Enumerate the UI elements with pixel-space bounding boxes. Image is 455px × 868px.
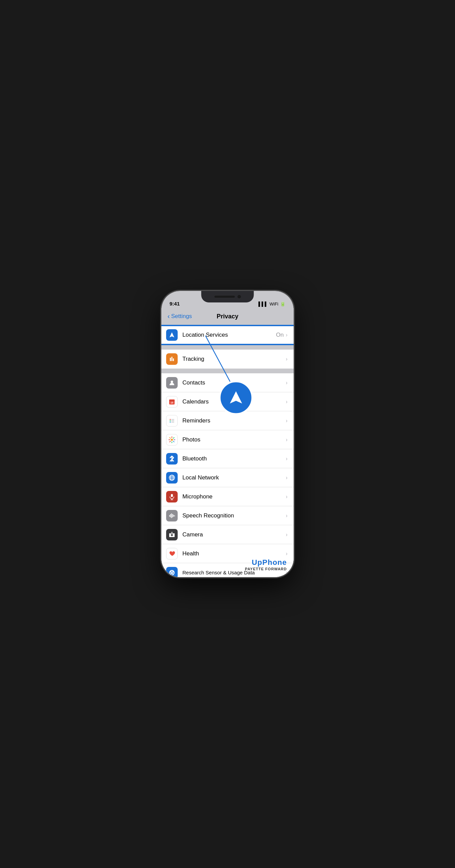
speech-recognition-label: Speech Recognition [182,512,286,519]
local-network-label: Local Network [182,474,286,481]
svg-point-9 [170,420,171,421]
battery-icon: 🔋 [280,301,285,307]
svg-point-10 [170,421,171,422]
photos-icon [166,434,178,446]
location-services-label: Location Services [182,332,276,338]
tracking-icon [166,353,178,365]
svg-rect-34 [172,514,173,517]
wifi-icon: WiFi [270,301,278,307]
speech-recognition-chevron-icon: › [286,513,288,519]
status-time: 9:41 [170,301,180,307]
tracking-chevron-icon: › [286,356,288,362]
microphone-icon [166,491,178,502]
local-network-row[interactable]: Local Network › [161,468,294,487]
calendars-icon: 15 [166,396,178,408]
reminders-row[interactable]: Reminders › [161,411,294,430]
contacts-row[interactable]: Contacts › [161,373,294,392]
tracking-row[interactable]: Tracking › [161,350,294,369]
contacts-chevron-icon: › [286,380,288,386]
svg-rect-28 [171,494,173,497]
health-label: Health [182,550,286,557]
location-services-icon [166,329,178,341]
svg-line-22 [170,441,171,442]
privacy-list: Contacts › 15 Calendars › [161,373,294,577]
location-services-value: On [276,332,284,338]
calendars-row[interactable]: 15 Calendars › [161,392,294,411]
back-chevron-icon: ‹ [167,312,170,320]
bluetooth-icon [166,453,178,465]
watermark: UpPhone PAYETTE FORWARD [245,558,287,571]
camera-row[interactable]: Camera › [161,525,294,544]
svg-line-21 [173,437,174,438]
content-area: Location Services On › Tracki [161,325,294,577]
reminders-icon [166,415,178,427]
phone-screen: 9:41 ▌▌▌ WiFi 🔋 ‹ Settings Privacy [161,291,294,577]
calendars-label: Calendars [182,398,286,405]
bluetooth-chevron-icon: › [286,456,288,462]
gap-2 [161,369,294,373]
svg-point-3 [171,380,173,383]
notch [201,291,254,302]
bluetooth-row[interactable]: Bluetooth › [161,449,294,468]
back-button[interactable]: ‹ Settings [167,313,192,320]
camera-label: Camera [182,531,286,538]
svg-line-19 [170,437,171,438]
watermark-payette: PAYETTE FORWARD [245,567,287,571]
camera-icon [166,529,178,540]
svg-rect-33 [171,513,172,518]
research-icon [166,567,178,577]
microphone-label: Microphone [182,493,286,500]
back-label: Settings [171,313,192,320]
local-network-icon [166,472,178,484]
location-services-row[interactable]: Location Services On › [161,326,294,344]
contacts-label: Contacts [182,379,286,386]
svg-rect-13 [171,422,174,422]
svg-point-8 [170,419,171,420]
calendars-chevron-icon: › [286,399,288,405]
tracking-section: Tracking › [161,349,294,369]
location-services-chevron-icon: › [286,332,288,338]
phone-device: 9:41 ▌▌▌ WiFi 🔋 ‹ Settings Privacy [161,291,294,577]
svg-line-20 [173,441,174,442]
status-icons: ▌▌▌ WiFi 🔋 [258,301,285,307]
page-title: Privacy [217,313,238,320]
bluetooth-label: Bluetooth [182,455,286,462]
nav-bar: ‹ Settings Privacy [161,308,294,325]
reminders-label: Reminders [182,417,286,424]
photos-label: Photos [182,436,286,443]
svg-rect-35 [173,515,174,517]
svg-rect-1 [172,357,173,361]
svg-point-14 [171,439,173,441]
health-chevron-icon: › [286,551,288,557]
svg-point-38 [172,534,173,535]
photos-chevron-icon: › [286,437,288,443]
svg-text:15: 15 [171,401,173,404]
gap-1 [161,345,294,349]
svg-rect-31 [169,515,170,517]
front-camera [237,295,241,298]
health-icon [166,548,178,559]
signal-icon: ▌▌▌ [258,301,268,307]
watermark-upphone: UpPhone [245,558,287,567]
camera-chevron-icon: › [286,532,288,538]
speaker [214,296,235,298]
svg-rect-0 [170,358,171,361]
svg-rect-36 [174,515,175,516]
svg-rect-32 [170,514,171,517]
svg-rect-11 [171,419,174,420]
speech-recognition-row[interactable]: Speech Recognition › [161,506,294,525]
microphone-chevron-icon: › [286,494,288,500]
tracking-label: Tracking [182,356,286,362]
svg-rect-2 [173,358,174,361]
photos-row[interactable]: Photos › [161,430,294,449]
contacts-icon [166,377,178,389]
reminders-chevron-icon: › [286,418,288,424]
svg-rect-12 [171,420,174,421]
svg-rect-6 [169,400,175,401]
microphone-row[interactable]: Microphone › [161,487,294,506]
local-network-chevron-icon: › [286,475,288,481]
location-services-section: Location Services On › [161,325,294,345]
speech-recognition-icon [166,510,178,521]
